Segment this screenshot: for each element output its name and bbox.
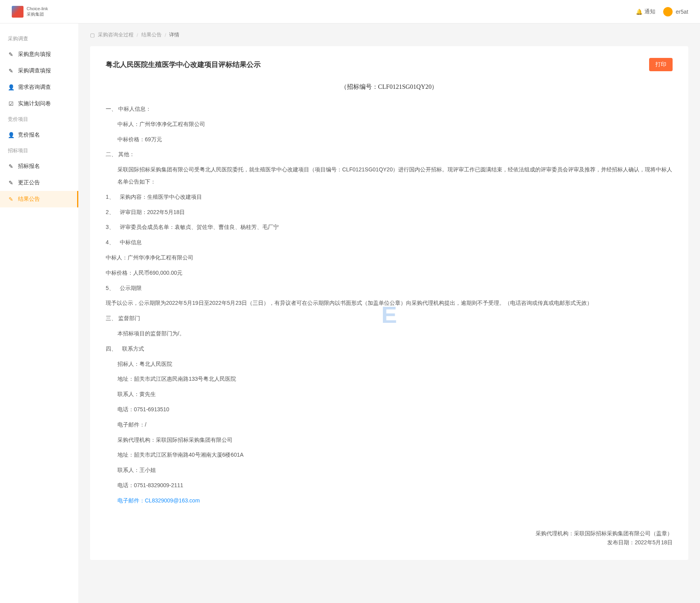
sidebar-item-label: 实施计划问卷 [18, 100, 51, 107]
content-line: 地址：韶关市武江区新华南路40号湘南大厦6楼601A [106, 449, 673, 461]
sidebar-item-label: 结果公告 [18, 196, 40, 203]
sidebar-item-correction-notice[interactable]: ✎ 更正公告 [0, 175, 78, 191]
section-title: 三、 监督部门 [106, 312, 673, 324]
title-row: 粤北人民医院生殖医学中心改建项目评标结果公示 打印 [106, 58, 673, 71]
sidebar-item-bid-register[interactable]: 👤 竞价报名 [0, 127, 78, 143]
sidebar-group-1: 竞价项目 👤 竞价报名 [0, 112, 78, 143]
sidebar-item-result-notice[interactable]: ✎ 结果公告 [0, 191, 78, 207]
sidebar-item-tender-register[interactable]: ✎ 招标报名 [0, 158, 78, 175]
edit-icon: ✎ [8, 68, 14, 74]
content-body: 一、 中标人信息： 中标人：广州华净净化工程有限公司 中标价格：69万元 二、 … [106, 103, 673, 507]
logo-text: Choice-link 采购集团 [27, 6, 48, 16]
bid-number: （招标编号：CLF0121SG01QY20） [106, 83, 673, 91]
content-line: 电子邮件：/ [106, 419, 673, 431]
user-icon: 👤 [8, 84, 14, 90]
header-right: 🔔 通知 er5at [636, 7, 688, 16]
content-line: 联系人：王小姐 [106, 464, 673, 476]
logo[interactable]: Choice-link 采购集团 [12, 6, 48, 18]
content-line: 联系人：黄先生 [106, 388, 673, 400]
edit-icon: ✎ [8, 51, 14, 58]
main-content: ▢ 采购咨询全过程 / 结果公告 / 详情 粤北人民医院生殖医学中心改建项目评标… [78, 23, 700, 603]
sidebar-group-title: 招标项目 [0, 143, 78, 158]
breadcrumb: ▢ 采购咨询全过程 / 结果公告 / 详情 [90, 31, 688, 38]
content-line: 采购代理机构：采联国际招标采购集团有限公司 [106, 434, 673, 446]
sidebar-group-title: 竞价项目 [0, 112, 78, 127]
content-line: 3、 评审委员会成员名单：袁敏贞、贺佐华、曹佳良、杨桂芳、毛厂宁 [106, 221, 673, 233]
edit-icon: ✎ [8, 163, 14, 169]
footer-date: 发布日期：2022年5月18日 [106, 539, 673, 546]
sidebar-item-label: 采购调查填报 [18, 67, 51, 74]
content-line: 1、 采购内容：生殖医学中心改建项目 [106, 191, 673, 203]
content-line-email: 电子邮件：CL8329009@163.com [106, 495, 673, 507]
section-title: 四、 联系方式 [106, 343, 673, 355]
edit-icon: ✎ [8, 196, 14, 202]
content-line: 招标人：粤北人民医院 [106, 358, 673, 370]
bell-icon: 🔔 [636, 9, 642, 15]
page-title: 粤北人民医院生殖医学中心改建项目评标结果公示 [106, 60, 261, 69]
checkbox-icon: ☑ [8, 101, 14, 107]
sidebar-item-label: 采购意向填报 [18, 51, 51, 58]
content-line: 现予以公示，公示期限为2022年5月19日至2022年5月23日（三日），有异议… [106, 297, 673, 309]
avatar [663, 7, 673, 16]
content-line: 中标价格：69万元 [106, 133, 673, 146]
footer-agency: 采购代理机构：采联国际招标采购集团有限公司（盖章） [106, 530, 673, 537]
content-line: 5、 公示期限 [106, 282, 673, 294]
breadcrumb-sep: / [165, 32, 166, 38]
notification-button[interactable]: 🔔 通知 [636, 8, 655, 15]
user-icon: 👤 [8, 132, 14, 138]
content-line: 中标人：广州华净净化工程有限公司 [106, 118, 673, 130]
home-icon[interactable]: ▢ [90, 32, 95, 38]
sidebar-item-demand-consult[interactable]: 👤 需求咨询调查 [0, 79, 78, 95]
content-line: 电话：0751-6913510 [106, 403, 673, 416]
breadcrumb-item[interactable]: 采购咨询全过程 [98, 31, 134, 38]
content-line: 2、 评审日期：2022年5月18日 [106, 206, 673, 218]
content-line: 本招标项目的监督部门为/。 [106, 328, 673, 340]
sidebar-item-label: 更正公告 [18, 179, 40, 186]
sidebar: 采购调查 ✎ 采购意向填报 ✎ 采购调查填报 👤 需求咨询调查 ☑ 实施计划问卷… [0, 23, 78, 603]
username: er5at [676, 9, 688, 15]
logo-text-3: 采购集团 [27, 12, 48, 17]
sidebar-item-label: 竞价报名 [18, 131, 40, 139]
logo-icon [12, 6, 23, 18]
user-menu[interactable]: er5at [663, 7, 688, 16]
sidebar-group-0: 采购调查 ✎ 采购意向填报 ✎ 采购调查填报 👤 需求咨询调查 ☑ 实施计划问卷 [0, 31, 78, 112]
content-line: 采联国际招标采购集团有限公司受粤北人民医院委托，就生殖医学中心改建项目（项目编号… [106, 164, 673, 188]
breadcrumb-item-current: 详情 [169, 31, 179, 38]
content-line: 中标人：广州华净净化工程有限公司 [106, 252, 673, 264]
logo-text-1: Choice-link [27, 6, 48, 11]
section-title: 一、 中标人信息： [106, 103, 673, 115]
section-title: 二、 其他： [106, 148, 673, 160]
content-wrapper: （招标编号：CLF0121SG01QY20） 一、 中标人信息： 中标人：广州华… [106, 83, 673, 546]
print-button[interactable]: 打印 [649, 58, 673, 71]
breadcrumb-item[interactable]: 结果公告 [141, 31, 162, 38]
sidebar-item-implement-plan[interactable]: ☑ 实施计划问卷 [0, 95, 78, 112]
sidebar-group-2: 招标项目 ✎ 招标报名 ✎ 更正公告 ✎ 结果公告 [0, 143, 78, 207]
footer-info: 采购代理机构：采联国际招标采购集团有限公司（盖章） 发布日期：2022年5月18… [106, 530, 673, 546]
notification-label: 通知 [644, 8, 655, 15]
breadcrumb-sep: / [137, 32, 138, 38]
content-line: 4、 中标信息 [106, 236, 673, 248]
content-line: 地址：韶关市武江区惠民南路133号粤北人民医院 [106, 373, 673, 385]
sidebar-group-title: 采购调查 [0, 31, 78, 46]
sidebar-item-label: 招标报名 [18, 163, 40, 170]
sidebar-item-purchase-survey[interactable]: ✎ 采购调查填报 [0, 63, 78, 79]
content-card: 粤北人民医院生殖医学中心改建项目评标结果公示 打印 （招标编号：CLF0121S… [90, 46, 688, 560]
header: Choice-link 采购集团 🔔 通知 er5at [0, 0, 700, 23]
sidebar-item-label: 需求咨询调查 [18, 84, 51, 91]
content-line: 电话：0751-8329009-2111 [106, 479, 673, 491]
content-line: 中标价格：人民币690,000.00元 [106, 267, 673, 279]
edit-icon: ✎ [8, 180, 14, 186]
sidebar-item-purchase-intent[interactable]: ✎ 采购意向填报 [0, 46, 78, 63]
